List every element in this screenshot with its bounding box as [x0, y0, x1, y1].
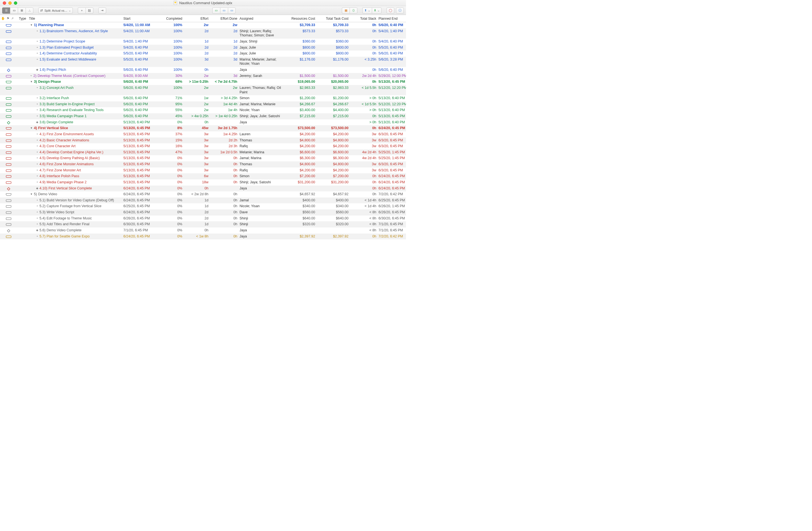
- completed-cell[interactable]: 100%: [160, 23, 184, 27]
- planned-end-cell[interactable]: 6/3/20, 6:45 PM: [377, 144, 406, 148]
- planned-end-cell[interactable]: 6/26/20, 1:45 PM: [377, 204, 406, 208]
- effort-cell[interactable]: 2w: [184, 23, 209, 28]
- resources-cost-cell[interactable]: $1,500.00: [283, 74, 316, 78]
- start-cell[interactable]: 6/30/20, 6:45 PM: [122, 222, 160, 226]
- assigned-cell[interactable]: Jaya; Shinji: [238, 40, 283, 44]
- total-task-cost-cell[interactable]: $640.00: [316, 216, 350, 220]
- total-task-cost-cell[interactable]: $6,300.00: [316, 156, 350, 160]
- table-row[interactable]: ◆ 3.6) Design Complete 5/13/20, 6:40 PM …: [0, 119, 406, 126]
- completed-cell[interactable]: 8%: [160, 126, 184, 130]
- col-assigned[interactable]: Assigned: [238, 17, 283, 20]
- total-task-cost-cell[interactable]: $560.00: [316, 210, 350, 214]
- table-header[interactable]: ✋ ⚑ ↗ Type Title Start Completed Effort …: [0, 15, 406, 22]
- assigned-cell[interactable]: Dave: [238, 210, 283, 215]
- resources-cost-cell[interactable]: $800.00: [283, 51, 316, 55]
- start-cell[interactable]: 5/6/20, 6:40 PM: [122, 80, 160, 84]
- total-task-cost-cell[interactable]: $4,657.92: [316, 192, 350, 196]
- assigned-cell[interactable]: Simon: [238, 96, 283, 101]
- effort-cell[interactable]: 2d: [184, 210, 209, 215]
- title-cell[interactable]: • 1.5) Evaluate and Select Middleware: [28, 58, 122, 62]
- effort-done-cell[interactable]: 1w 4h: [209, 108, 238, 113]
- planned-end-cell[interactable]: 7/1/20, 6:45 PM: [377, 222, 406, 226]
- completed-cell[interactable]: 100%: [160, 46, 184, 49]
- assigned-cell[interactable]: Jeremy; Sarah: [238, 74, 283, 78]
- total-slack-cell[interactable]: 3w: [350, 162, 377, 166]
- planned-end-cell[interactable]: 5/13/20, 6:40 PM: [377, 96, 406, 100]
- effort-cell[interactable]: 2d: [184, 51, 209, 56]
- effort-cell[interactable]: 1d: [184, 198, 209, 203]
- title-cell[interactable]: ◆ 1.6) Project Pitch: [28, 68, 122, 72]
- table-row[interactable]: • 4.9) Media Campaign Phase 2 5/13/20, 6…: [0, 179, 406, 186]
- table-row[interactable]: • 3.1) Concept Art Push 5/6/20, 6:40 PM …: [0, 85, 406, 95]
- title-cell[interactable]: • 4.9) Media Campaign Phase 2: [28, 180, 122, 185]
- table-row[interactable]: • 1.3) Plan Estimated Project Budget 5/4…: [0, 45, 406, 51]
- total-slack-cell[interactable]: < 8h: [350, 222, 377, 226]
- total-slack-cell[interactable]: < 8h: [350, 216, 377, 220]
- table-row[interactable]: • 4.6) First Zone Monster Animations 5/1…: [0, 161, 406, 167]
- total-slack-cell[interactable]: 3w: [350, 138, 377, 142]
- start-cell[interactable]: 5/13/20, 6:45 PM: [122, 174, 160, 178]
- title-cell[interactable]: • 4.7) First Zone Monster Art: [28, 168, 122, 173]
- planned-end-cell[interactable]: 7/2/20, 6:42 PM: [377, 234, 406, 238]
- title-cell[interactable]: • 4.5) Develop Enemy Pathing AI (Basic): [28, 156, 122, 161]
- start-cell[interactable]: 5/13/20, 6:45 PM: [122, 138, 160, 142]
- resources-cost-cell[interactable]: $3,709.33: [283, 23, 316, 27]
- resources-cost-cell[interactable]: $320.00: [283, 222, 316, 226]
- effort-cell[interactable]: 0h: [184, 228, 209, 233]
- effort-cell[interactable]: 1w: [184, 96, 209, 101]
- assigned-cell[interactable]: Lauren: [238, 132, 283, 137]
- completed-cell[interactable]: 0%: [160, 174, 184, 178]
- total-slack-cell[interactable]: 0h: [350, 51, 377, 55]
- effort-cell[interactable]: 0h: [184, 120, 209, 125]
- start-cell[interactable]: 5/5/20, 6:40 PM: [122, 58, 160, 61]
- resources-cost-cell[interactable]: $4,200.00: [283, 132, 316, 136]
- completed-cell[interactable]: 0%: [160, 156, 184, 160]
- total-slack-cell[interactable]: > 0h: [350, 120, 377, 124]
- effort-done-cell[interactable]: 1w 4d 4h: [209, 102, 238, 107]
- total-slack-cell[interactable]: 0h: [350, 180, 377, 184]
- export-button[interactable]: ⬇⌄: [372, 8, 381, 14]
- total-task-cost-cell[interactable]: $31,200.00: [316, 180, 350, 184]
- resources-cost-cell[interactable]: $73,500.00: [283, 126, 316, 130]
- title-cell[interactable]: • 3.4) Research and Evaluate Testing Too…: [28, 108, 122, 113]
- table-row[interactable]: • 5.3) Write Video Script 6/24/20, 6:45 …: [0, 209, 406, 216]
- planned-end-cell[interactable]: 6/3/20, 6:45 PM: [377, 132, 406, 136]
- title-cell[interactable]: • 4.8) Interface Polish Pass: [28, 174, 122, 179]
- total-slack-cell[interactable]: 0h: [350, 23, 377, 27]
- disclosure-triangle-icon[interactable]: ▼: [30, 126, 33, 130]
- assigned-cell[interactable]: Shinji; Lauren; Rafiq; Thomas; Simon; Da…: [238, 29, 283, 38]
- table-row[interactable]: ▼ 3) Design Phase 5/6/20, 6:40 PM 68% > …: [0, 79, 406, 85]
- assigned-cell[interactable]: Jaya; Julie: [238, 46, 283, 50]
- total-task-cost-cell[interactable]: $573.33: [316, 29, 350, 33]
- split-mode-dropdown[interactable]: ⇄ Split: Actual vs… ⌄: [38, 8, 73, 14]
- planned-end-cell[interactable]: 6/24/20, 6:45 PM: [377, 174, 406, 178]
- title-cell[interactable]: • 4.3) Core Character Art: [28, 144, 122, 149]
- start-cell[interactable]: 5/13/20, 6:45 PM: [122, 168, 160, 172]
- total-slack-cell[interactable]: 3w: [350, 144, 377, 148]
- effort-cell[interactable]: 1d: [184, 222, 209, 226]
- start-cell[interactable]: 5/6/20, 6:40 PM: [122, 68, 160, 72]
- completed-cell[interactable]: 0%: [160, 186, 184, 190]
- effort-cell[interactable]: 1d: [184, 40, 209, 44]
- effort-cell[interactable]: 0h: [184, 186, 209, 191]
- total-task-cost-cell[interactable]: $2,397.92: [316, 234, 350, 238]
- total-task-cost-cell[interactable]: $2,983.33: [316, 86, 350, 90]
- start-cell[interactable]: 6/26/20, 6:45 PM: [122, 216, 160, 220]
- effort-done-cell[interactable]: < 7w 2d 4.75h: [209, 80, 238, 84]
- resources-cost-cell[interactable]: $340.00: [283, 204, 316, 208]
- resources-cost-cell[interactable]: $640.00: [283, 216, 316, 220]
- total-slack-cell[interactable]: 3w: [350, 168, 377, 172]
- title-cell[interactable]: • 3.1) Concept Art Push: [28, 86, 122, 90]
- completed-cell[interactable]: 100%: [160, 40, 184, 43]
- completed-cell[interactable]: 0%: [160, 234, 184, 238]
- title-cell[interactable]: • 5.1) Build Version for Video Capture (…: [28, 198, 122, 203]
- effort-done-cell[interactable]: > 1w 4d 0.25h: [209, 114, 238, 119]
- assigned-cell[interactable]: Thomas: [238, 138, 283, 143]
- completed-cell[interactable]: 0%: [160, 210, 184, 214]
- resources-cost-cell[interactable]: $560.00: [283, 210, 316, 214]
- assigned-cell[interactable]: Nicole; Yisan: [238, 204, 283, 209]
- assigned-cell[interactable]: Jaya: [238, 186, 283, 191]
- resources-cost-cell[interactable]: $4,200.00: [283, 144, 316, 148]
- mark-complete-button[interactable]: ▭: [212, 8, 220, 14]
- table-row[interactable]: • 3.5) Media Campaign Phase 1 5/6/20, 6:…: [0, 113, 406, 119]
